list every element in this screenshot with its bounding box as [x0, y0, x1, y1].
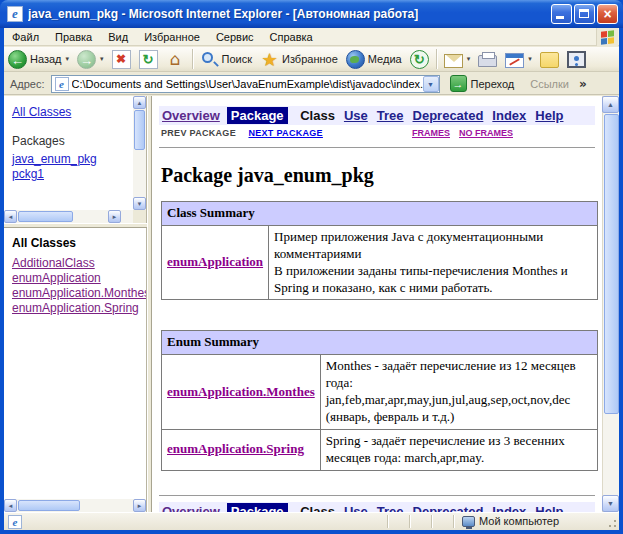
hscroll-thumb[interactable] — [18, 211, 73, 222]
address-input[interactable] — [72, 77, 423, 91]
stop-button[interactable]: ✖ — [108, 48, 135, 71]
nav-tree-link[interactable]: Tree — [377, 108, 404, 123]
frames-link[interactable]: FRAMES — [412, 128, 450, 138]
hscroll-thumb[interactable] — [18, 500, 80, 511]
nav-deprecated-link[interactable]: Deprecated — [413, 108, 484, 123]
links-chevron-icon[interactable]: » — [579, 78, 587, 90]
refresh-icon: ↻ — [139, 50, 158, 69]
ie-page-icon: e — [7, 6, 23, 22]
nav-index-link[interactable]: Index — [492, 108, 526, 123]
javadoc-frame-vscrollbar[interactable] — [602, 96, 619, 512]
address-dropdown-button[interactable]: ▼ — [423, 76, 439, 92]
enumapplication-link[interactable]: enumApplication — [167, 254, 263, 269]
back-button[interactable]: ← Назад ▾ — [4, 48, 73, 71]
menu-view[interactable]: Вид — [100, 29, 136, 45]
all-classes-link[interactable]: All Classes — [12, 105, 71, 119]
back-dropdown-icon[interactable]: ▾ — [66, 55, 70, 63]
mail-button[interactable]: ▾ — [440, 48, 475, 71]
links-label[interactable]: Ссылки — [530, 78, 569, 90]
edit-dropdown-icon[interactable]: ▾ — [528, 55, 532, 63]
nav-index-link[interactable]: Index — [492, 504, 526, 512]
javadoc-navbar-top: OverviewPackage ClassUseTreeDeprecatedIn… — [159, 106, 595, 125]
search-label: Поиск — [222, 53, 252, 65]
class-description-line2: В приложении заданы типы-перечисления Mo… — [274, 263, 592, 297]
address-page-icon: e — [55, 77, 69, 91]
class-link-enumapplication-spring[interactable]: enumApplication.Spring — [12, 301, 146, 315]
content-area: All Classes Packages java_enum_pkg pckg1… — [4, 96, 619, 512]
menu-favorites[interactable]: Избранное — [136, 29, 208, 45]
home-button[interactable]: ⌂ — [162, 48, 189, 71]
toolbar-separator — [192, 49, 193, 69]
edit-icon — [505, 53, 524, 68]
history-button[interactable]: ↻ — [406, 48, 433, 71]
package-link-java-enum-pkg[interactable]: java_enum_pkg — [12, 152, 133, 166]
class-description-line1: Пример приложения Java с документационны… — [274, 229, 592, 263]
enum-summary-table: Enum Summary enumApplication.Monthes Mon… — [161, 330, 598, 470]
windows-logo-icon — [596, 28, 618, 46]
menu-file[interactable]: Файл — [4, 29, 47, 45]
scroll-right-icon[interactable]: ► — [133, 499, 146, 512]
minimize-button[interactable] — [551, 4, 572, 24]
refresh-button[interactable]: ↻ — [135, 48, 162, 71]
forward-dropdown-icon[interactable]: ▾ — [100, 55, 104, 63]
nav-overview-link[interactable]: Overview — [162, 504, 220, 512]
nav-deprecated-link[interactable]: Deprecated — [413, 504, 484, 512]
scroll-down-icon[interactable]: ▼ — [602, 495, 619, 512]
enumapplication-monthes-link[interactable]: enumApplication.Monthes — [167, 384, 315, 399]
scroll-right-icon[interactable]: ► — [108, 210, 121, 223]
print-button[interactable] — [474, 48, 501, 71]
edit-button[interactable]: ▾ — [501, 48, 536, 71]
search-icon — [200, 50, 219, 69]
class-link-enumapplication-monthes[interactable]: enumApplication.Monthes — [12, 286, 146, 300]
go-button[interactable]: → Переход — [446, 74, 519, 93]
scroll-left-icon[interactable]: ◄ — [4, 210, 17, 223]
scroll-left-icon[interactable]: ◄ — [4, 499, 17, 512]
favorites-label: Избранное — [282, 53, 338, 65]
scroll-up-icon[interactable]: ▲ — [133, 96, 146, 109]
class-summary-header: Class Summary — [162, 202, 598, 226]
resize-grip[interactable] — [605, 516, 618, 529]
next-package-link[interactable]: NEXT PACKAGE — [248, 128, 322, 138]
packages-frame-vscrollbar[interactable] — [133, 96, 146, 210]
media-icon — [346, 50, 365, 69]
table-row: enumApplication.Spring Spring - задаёт п… — [162, 429, 598, 470]
forward-button[interactable]: → ▾ — [73, 48, 108, 71]
messenger-button[interactable] — [563, 48, 590, 71]
vscroll-thumb[interactable] — [604, 114, 619, 414]
my-computer-label: Мой компьютер — [479, 515, 559, 527]
packages-frame: All Classes Packages java_enum_pkg pckg1… — [4, 96, 147, 223]
media-button[interactable]: Медиа — [342, 48, 406, 71]
nav-overview-link[interactable]: Overview — [162, 108, 220, 123]
class-link-additionalclass[interactable]: AdditionalClass — [12, 256, 146, 270]
browser-window: e java_enum_pkg - Microsoft Internet Exp… — [0, 0, 623, 534]
discuss-button[interactable] — [536, 48, 563, 71]
client-area: Файл Правка Вид Избранное Сервис Справка… — [4, 28, 619, 530]
nav-help-link[interactable]: Help — [535, 504, 563, 512]
mail-dropdown-icon[interactable]: ▾ — [467, 55, 471, 63]
favorites-icon: ★ — [260, 50, 279, 69]
nav-help-link[interactable]: Help — [535, 108, 563, 123]
package-link-pckg1[interactable]: pckg1 — [12, 167, 133, 181]
maximize-button[interactable] — [574, 4, 595, 24]
security-zone: Мой компьютер — [462, 515, 559, 527]
address-combo: e ▼ — [51, 75, 440, 93]
close-button[interactable]: × — [597, 4, 618, 24]
menu-help[interactable]: Справка — [262, 29, 321, 45]
scroll-up-icon[interactable]: ▲ — [602, 96, 619, 113]
favorites-button[interactable]: ★ Избранное — [256, 48, 342, 71]
nav-use-link[interactable]: Use — [344, 108, 368, 123]
all-classes-title: All Classes — [12, 236, 146, 250]
class-link-enumapplication[interactable]: enumApplication — [12, 271, 146, 285]
table-row: enumApplication Пример приложения Java с… — [162, 225, 598, 300]
search-button[interactable]: Поиск — [196, 48, 256, 71]
menu-edit[interactable]: Правка — [47, 29, 100, 45]
minimize-icon — [556, 16, 564, 19]
nav-use-link[interactable]: Use — [344, 504, 368, 512]
all-classes-frame-hscrollbar[interactable] — [4, 499, 146, 512]
nav-tree-link[interactable]: Tree — [377, 504, 404, 512]
scroll-down-icon[interactable]: ▼ — [133, 197, 146, 210]
vscroll-thumb[interactable] — [134, 110, 145, 150]
menu-tools[interactable]: Сервис — [208, 29, 262, 45]
no-frames-link[interactable]: NO FRAMES — [459, 128, 513, 138]
enumapplication-spring-link[interactable]: enumApplication.Spring — [167, 441, 304, 456]
